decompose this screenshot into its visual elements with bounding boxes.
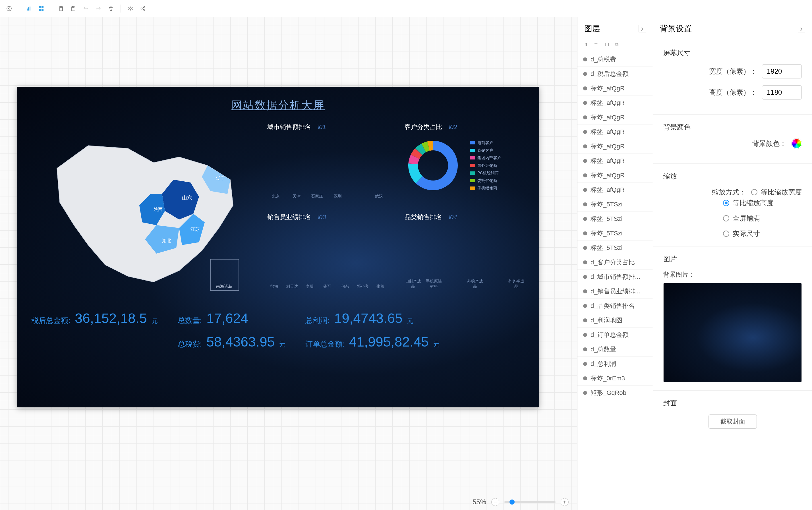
layer-dot-icon [583, 130, 587, 134]
layer-label: 标签_5TSzi [590, 244, 622, 252]
bg-image-preview[interactable] [663, 283, 802, 382]
layer-label: 标签_afQgR [590, 84, 625, 93]
layer-item[interactable]: d_品类销售排名 [577, 299, 653, 313]
layer-item[interactable]: d_客户分类占比 [577, 255, 653, 270]
scale-option[interactable]: 全屏铺满 [723, 214, 802, 223]
back-icon[interactable] [4, 4, 13, 13]
bar-chart: 北京 天津 石家庄 深圳 武汉 [267, 139, 387, 199]
layer-item[interactable]: d_订单总金额 [577, 328, 653, 342]
copy-icon[interactable] [56, 4, 65, 13]
layer-item[interactable]: 标签_afQgR [577, 168, 653, 183]
svg-rect-6 [39, 9, 41, 11]
layer-item[interactable]: d_总数量 [577, 342, 653, 357]
layer-label: d_税后总金额 [590, 70, 629, 78]
scale-option[interactable]: 等比缩放宽度 [751, 188, 802, 197]
layer-item[interactable]: 标签_afQgR [577, 110, 653, 125]
layer-item[interactable]: d_利润地图 [577, 313, 653, 328]
canvas-area[interactable]: 网站数据分析大屏 山东 陕西 江苏 湖北 辽宁 [0, 17, 577, 510]
layer-dot-icon [583, 173, 587, 177]
layer-dot-icon [583, 202, 587, 206]
layer-item[interactable]: d_销售员业绩排... [577, 284, 653, 299]
layer-item[interactable]: 标签_5TSzi [577, 226, 653, 241]
zoom-slider[interactable] [504, 501, 555, 503]
layer-label: d_总数量 [590, 345, 616, 354]
chart-city-sales: 城市销售额排名\01 北京 天津 石家庄 深圳 武汉 [267, 123, 387, 203]
share-icon[interactable] [139, 4, 148, 13]
scale-option[interactable]: 等比缩放高度 [723, 199, 802, 208]
width-label: 宽度（像素）： [700, 67, 757, 76]
stats-row: 税后总金额:36,152,18.5元 总数量:17,624 总税费:58,436… [31, 310, 525, 350]
bar-chart-icon[interactable] [24, 4, 33, 13]
layer-dot-icon [583, 188, 587, 192]
layer-dot-icon [583, 362, 587, 366]
svg-text:湖北: 湖北 [162, 238, 171, 243]
bar-chart: 徐海 刘天达 李瑞 雀可 何彤 邓小客 张蕾 [267, 230, 387, 289]
layer-label: d_总利润 [590, 360, 616, 368]
undo-icon[interactable] [81, 4, 90, 13]
svg-text:江苏: 江苏 [191, 227, 200, 232]
layer-dot-icon [583, 319, 587, 322]
layer-item[interactable]: 标签_afQgR [577, 139, 653, 154]
layer-dot-icon [583, 275, 587, 279]
layer-item[interactable]: 标签_0rEm3 [577, 371, 653, 386]
layer-item[interactable]: d_总利润 [577, 357, 653, 371]
layer-dot-icon [583, 159, 587, 163]
layer-dot-icon [583, 348, 587, 351]
delete-icon[interactable] [106, 4, 115, 13]
collapse-icon[interactable]: › [639, 25, 646, 32]
height-input[interactable] [762, 85, 802, 99]
layer-item[interactable]: 标签_5TSzi [577, 197, 653, 212]
color-picker[interactable] [791, 139, 802, 149]
layer-item[interactable]: 标签_5TSzi [577, 241, 653, 255]
layer-item[interactable]: d_总税费 [577, 52, 653, 67]
scale-option[interactable]: 实际尺寸 [723, 229, 802, 238]
bring-front-icon[interactable]: ⬆ [584, 42, 588, 48]
layer-item[interactable]: d_城市销售额排... [577, 270, 653, 284]
layer-item[interactable]: 标签_afQgR [577, 125, 653, 139]
layer-item[interactable]: 标签_5TSzi [577, 212, 653, 226]
layer-dot-icon [583, 101, 587, 105]
layer-label: d_销售员业绩排... [590, 287, 640, 296]
layers-title: 图层 [584, 23, 600, 34]
width-input[interactable] [762, 64, 802, 79]
properties-panel: 背景设置 › 屏幕尺寸 宽度（像素）： 高度（像素）： 背景颜色 背景颜色： 缩… [653, 17, 812, 510]
layer-label: 标签_5TSzi [590, 229, 622, 238]
height-label: 高度（像素）： [700, 88, 757, 97]
zoom-in-button[interactable]: + [561, 498, 569, 506]
redo-icon[interactable] [94, 4, 103, 13]
svg-point-13 [144, 6, 145, 8]
layer-dot-icon [583, 290, 587, 293]
zoom-out-button[interactable]: − [491, 498, 499, 506]
svg-point-11 [129, 8, 132, 9]
align-icon[interactable]: 〒 [594, 42, 599, 48]
layer-label: d_城市销售额排... [590, 273, 640, 281]
dashboard-preview[interactable]: 网站数据分析大屏 山东 陕西 江苏 湖北 辽宁 [17, 87, 539, 408]
collapse-icon[interactable]: › [798, 25, 805, 32]
send-back-icon[interactable]: ❐ [605, 42, 609, 48]
chart-title: 客户分类占比\02 [405, 123, 525, 131]
layer-label: 标签_0rEm3 [590, 374, 625, 383]
zoom-control: 55% − + [472, 498, 569, 506]
group-icon[interactable]: ⧉ [615, 42, 618, 48]
layer-label: d_订单总金额 [590, 331, 629, 339]
layer-item[interactable]: 标签_afQgR [577, 81, 653, 96]
capture-cover-button[interactable]: 截取封面 [708, 415, 757, 429]
paste-icon[interactable] [69, 4, 78, 13]
layer-dot-icon [583, 232, 587, 235]
chart-title: 品类销售排名\04 [405, 213, 525, 221]
grid-icon[interactable] [37, 4, 46, 13]
layer-label: 标签_afQgR [590, 142, 625, 151]
svg-point-0 [7, 6, 11, 11]
layer-item[interactable]: 标签_afQgR [577, 96, 653, 110]
layers-panel: 图层 › ⬆ 〒 ❐ ⧉ d_总税费d_税后总金额标签_afQgR标签_afQg… [577, 17, 653, 510]
layer-label: 标签_5TSzi [590, 215, 622, 223]
layer-item[interactable]: 矩形_GqRob [577, 386, 653, 400]
layer-dot-icon [583, 391, 587, 395]
layer-item[interactable]: 标签_afQgR [577, 183, 653, 197]
layer-item[interactable]: d_税后总金额 [577, 67, 653, 81]
svg-rect-3 [30, 6, 30, 10]
layer-item[interactable]: 标签_afQgR [577, 154, 653, 168]
svg-text:山东: 山东 [182, 195, 192, 201]
preview-icon[interactable] [126, 4, 135, 13]
bar-chart: 自制产成品 手机原辅材料 外购产成品 外购半成品 [405, 230, 525, 289]
